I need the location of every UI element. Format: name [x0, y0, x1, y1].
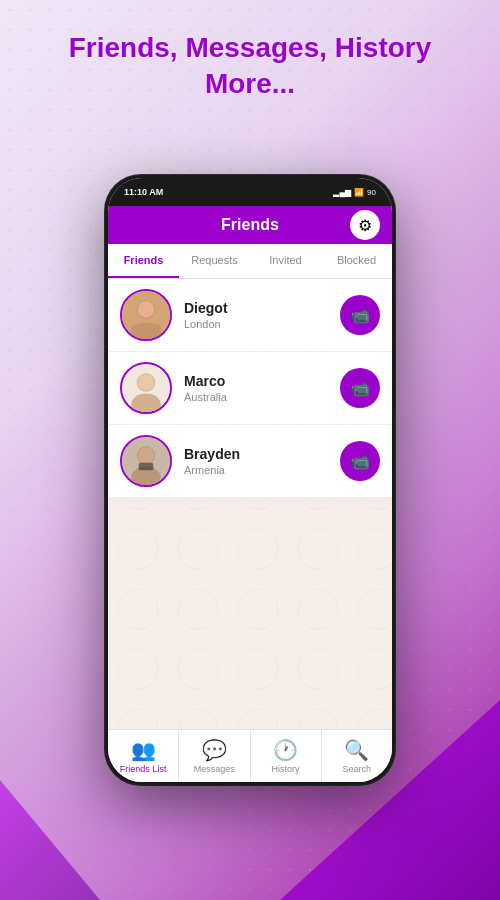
notch — [220, 178, 280, 196]
video-call-button[interactable]: 📹 — [340, 295, 380, 335]
avatar — [120, 289, 172, 341]
app-header: Friends ⚙ — [108, 206, 392, 244]
friends-list: Diegot London 📹 Mar — [108, 279, 392, 729]
page-title: Friends, Messages, History More... — [0, 30, 500, 103]
svg-point-11 — [138, 447, 155, 464]
corner-decoration-left — [0, 780, 100, 900]
friend-location: London — [184, 318, 340, 330]
list-item[interactable]: Diegot London 📹 — [108, 279, 392, 351]
svg-rect-4 — [131, 324, 161, 339]
list-item[interactable]: Marco Australia 📹 — [108, 352, 392, 424]
nav-item-search[interactable]: 🔍 Search — [322, 730, 392, 782]
phone-frame: 11:10 AM ▂▄▆ 📶 90 Friends ⚙ Friends Requ… — [105, 175, 395, 785]
tab-blocked[interactable]: Blocked — [321, 244, 392, 278]
phone-screen: 11:10 AM ▂▄▆ 📶 90 Friends ⚙ Friends Requ… — [108, 178, 392, 782]
svg-rect-13 — [139, 463, 154, 470]
friend-name: Brayden — [184, 446, 340, 462]
list-item[interactable]: Brayden Armenia 📹 — [108, 425, 392, 497]
video-icon: 📹 — [350, 379, 370, 398]
app-title: Friends — [221, 216, 279, 234]
tab-friends[interactable]: Friends — [108, 244, 179, 278]
video-icon: 📹 — [350, 452, 370, 471]
friend-info: Brayden Armenia — [184, 446, 340, 476]
search-icon: 🔍 — [344, 738, 369, 762]
status-icons: ▂▄▆ 📶 90 — [333, 188, 376, 197]
friend-location: Australia — [184, 391, 340, 403]
avatar — [120, 362, 172, 414]
friend-location: Armenia — [184, 464, 340, 476]
friend-info: Marco Australia — [184, 373, 340, 403]
friend-name: Diegot — [184, 300, 340, 316]
tab-requests[interactable]: Requests — [179, 244, 250, 278]
nav-label-messages: Messages — [194, 764, 235, 774]
friends-list-icon: 👥 — [131, 738, 156, 762]
tabs-bar: Friends Requests Invited Blocked — [108, 244, 392, 279]
settings-icon: ⚙ — [358, 216, 372, 235]
nav-label-friends: Friends List — [120, 764, 167, 774]
nav-item-history[interactable]: 🕐 History — [251, 730, 322, 782]
status-time: 11:10 AM — [124, 187, 163, 197]
bottom-nav: 👥 Friends List 💬 Messages 🕐 History 🔍 Se… — [108, 729, 392, 782]
history-icon: 🕐 — [273, 738, 298, 762]
nav-item-friends-list[interactable]: 👥 Friends List — [108, 730, 179, 782]
battery-text: 90 — [367, 188, 376, 197]
svg-point-3 — [138, 301, 155, 318]
avatar — [120, 435, 172, 487]
video-call-button[interactable]: 📹 — [340, 368, 380, 408]
settings-button[interactable]: ⚙ — [350, 210, 380, 240]
nav-label-search: Search — [343, 764, 372, 774]
video-call-button[interactable]: 📹 — [340, 441, 380, 481]
messages-icon: 💬 — [202, 738, 227, 762]
svg-point-7 — [138, 374, 155, 391]
friend-info: Diegot London — [184, 300, 340, 330]
status-bar: 11:10 AM ▂▄▆ 📶 90 — [108, 178, 392, 206]
signal-icon: ▂▄▆ — [333, 188, 351, 197]
page-header: Friends, Messages, History More... — [0, 30, 500, 103]
video-icon: 📹 — [350, 306, 370, 325]
tab-invited[interactable]: Invited — [250, 244, 321, 278]
nav-label-history: History — [272, 764, 300, 774]
nav-item-messages[interactable]: 💬 Messages — [179, 730, 250, 782]
friend-name: Marco — [184, 373, 340, 389]
wifi-icon: 📶 — [354, 188, 364, 197]
